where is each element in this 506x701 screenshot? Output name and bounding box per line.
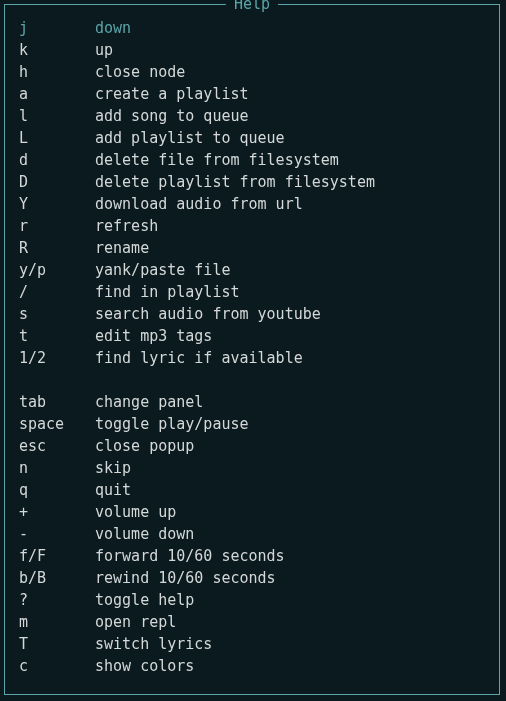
key-binding: l [19,105,95,127]
key-binding: - [19,523,95,545]
key-description: show colors [95,655,485,677]
panel-title: Help [226,0,278,13]
key-binding: n [19,457,95,479]
help-row: ssearch audio from youtube [19,303,485,325]
help-row: Ddelete playlist from filesystem [19,171,485,193]
key-binding: y/p [19,259,95,281]
key-description: search audio from youtube [95,303,485,325]
key-description: rename [95,237,485,259]
key-binding: r [19,215,95,237]
key-binding: h [19,61,95,83]
help-content: jdownkuphclose nodeacreate a playlistlad… [5,5,499,689]
help-row: ladd song to queue [19,105,485,127]
help-row: escclose popup [19,435,485,457]
key-description: yank/paste file [95,259,485,281]
key-description: down [95,17,485,39]
key-binding: / [19,281,95,303]
help-row: ddelete file from filesystem [19,149,485,171]
key-description: find in playlist [95,281,485,303]
help-row: ?toggle help [19,589,485,611]
key-binding: space [19,413,95,435]
help-row: y/pyank/paste file [19,259,485,281]
key-binding: b/B [19,567,95,589]
help-row: nskip [19,457,485,479]
key-description: close node [95,61,485,83]
key-binding: 1/2 [19,347,95,369]
key-binding: j [19,17,95,39]
help-row: Tswitch lyrics [19,633,485,655]
key-description: forward 10/60 seconds [95,545,485,567]
key-binding: Y [19,193,95,215]
help-row: f/Fforward 10/60 seconds [19,545,485,567]
key-binding: tab [19,391,95,413]
help-row: tedit mp3 tags [19,325,485,347]
help-row: hclose node [19,61,485,83]
key-binding: + [19,501,95,523]
help-panel: Help jdownkuphclose nodeacreate a playli… [4,4,500,695]
key-binding: d [19,149,95,171]
key-binding: L [19,127,95,149]
key-description: delete playlist from filesystem [95,171,485,193]
key-description: download audio from url [95,193,485,215]
key-description: add song to queue [95,105,485,127]
help-row: rrefresh [19,215,485,237]
key-description: change panel [95,391,485,413]
key-binding: q [19,479,95,501]
separator [19,369,485,391]
key-binding: s [19,303,95,325]
key-binding: T [19,633,95,655]
key-binding: a [19,83,95,105]
help-row: Ydownload audio from url [19,193,485,215]
key-binding: k [19,39,95,61]
help-row: mopen repl [19,611,485,633]
help-row: -volume down [19,523,485,545]
key-description: edit mp3 tags [95,325,485,347]
key-description: toggle help [95,589,485,611]
help-row: jdown [19,17,485,39]
key-description: refresh [95,215,485,237]
help-row: acreate a playlist [19,83,485,105]
key-binding: D [19,171,95,193]
key-binding: ? [19,589,95,611]
key-binding: R [19,237,95,259]
help-row: /find in playlist [19,281,485,303]
help-row: b/Brewind 10/60 seconds [19,567,485,589]
key-description: add playlist to queue [95,127,485,149]
help-row: cshow colors [19,655,485,677]
key-description: find lyric if available [95,347,485,369]
key-description: close popup [95,435,485,457]
help-row: 1/2find lyric if available [19,347,485,369]
key-description: delete file from filesystem [95,149,485,171]
help-row: +volume up [19,501,485,523]
help-row: spacetoggle play/pause [19,413,485,435]
key-description: switch lyrics [95,633,485,655]
key-description: rewind 10/60 seconds [95,567,485,589]
key-description: volume up [95,501,485,523]
key-binding: t [19,325,95,347]
key-description: skip [95,457,485,479]
key-binding: c [19,655,95,677]
help-row: tabchange panel [19,391,485,413]
help-row: Ladd playlist to queue [19,127,485,149]
key-description: up [95,39,485,61]
key-description: toggle play/pause [95,413,485,435]
help-row: Rrename [19,237,485,259]
key-binding: m [19,611,95,633]
key-description: open repl [95,611,485,633]
key-description: quit [95,479,485,501]
key-description: create a playlist [95,83,485,105]
key-binding: f/F [19,545,95,567]
key-binding: esc [19,435,95,457]
key-description: volume down [95,523,485,545]
help-row: qquit [19,479,485,501]
help-row: kup [19,39,485,61]
